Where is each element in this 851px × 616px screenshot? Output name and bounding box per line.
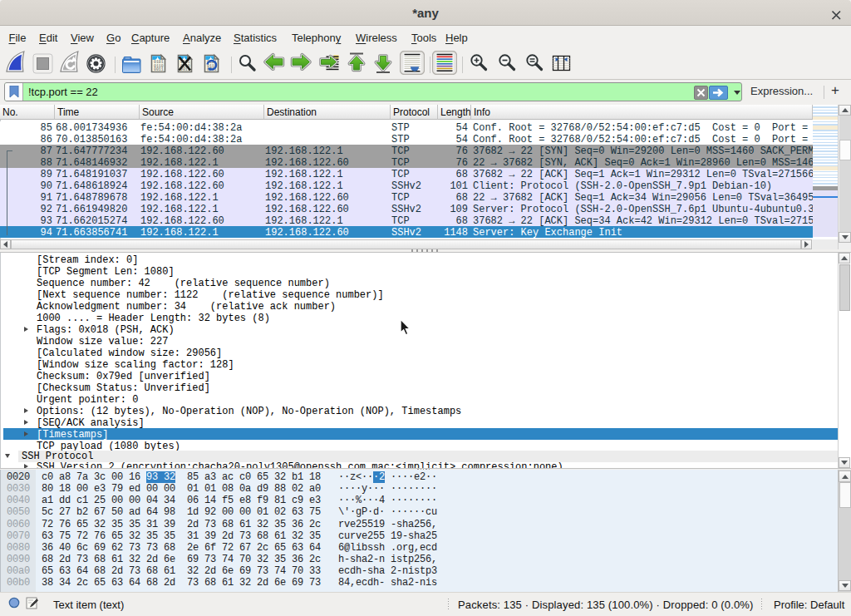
svg-text:0011: 0011	[154, 67, 164, 71]
